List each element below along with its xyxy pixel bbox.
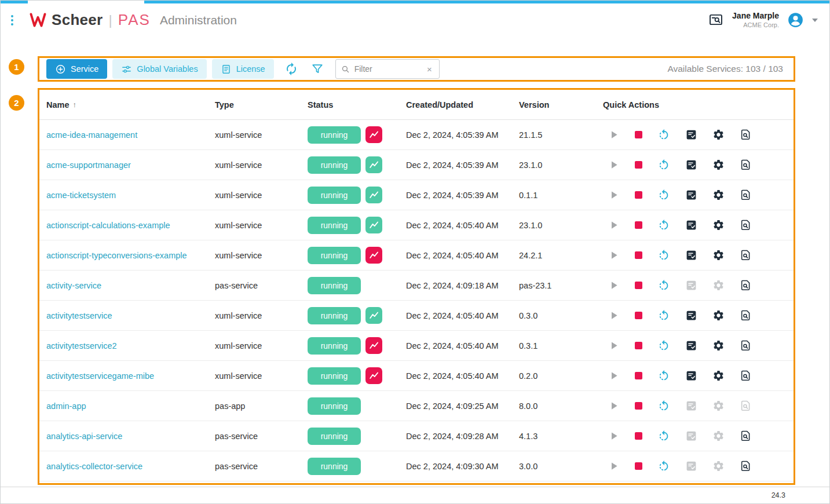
start-button[interactable] [608, 159, 620, 171]
restart-button[interactable] [657, 219, 670, 232]
settings-button[interactable] [712, 460, 725, 472]
monitoring-chart-icon[interactable] [365, 307, 382, 324]
kebab-menu-icon[interactable] [8, 12, 17, 29]
add-service-button[interactable]: Service [46, 59, 107, 79]
settings-button[interactable] [712, 339, 725, 352]
stop-button[interactable] [635, 161, 642, 169]
service-name-link[interactable]: acme-idea-management [46, 130, 137, 140]
restart-button[interactable] [657, 309, 670, 322]
stop-button[interactable] [635, 432, 642, 440]
stop-button[interactable] [635, 221, 642, 229]
service-name-link[interactable]: activity-service [46, 281, 101, 290]
stop-button[interactable] [635, 131, 642, 138]
restart-button[interactable] [657, 430, 670, 443]
log-level-button[interactable] [685, 279, 697, 291]
monitoring-chart-icon[interactable] [365, 367, 382, 384]
start-button[interactable] [608, 129, 620, 141]
restart-button[interactable] [657, 249, 670, 262]
stop-button[interactable] [635, 191, 642, 199]
start-button[interactable] [608, 460, 620, 472]
log-analyzer-button[interactable] [740, 279, 752, 291]
restart-button[interactable] [657, 279, 670, 292]
service-name-link[interactable]: admin-app [46, 401, 86, 411]
start-button[interactable] [608, 370, 620, 382]
log-level-button[interactable] [685, 159, 697, 171]
filter-funnel-icon[interactable] [309, 60, 326, 78]
stop-button[interactable] [635, 462, 642, 470]
log-analyzer-button[interactable] [740, 430, 752, 442]
global-variables-button[interactable]: Global Variables [112, 59, 206, 79]
monitoring-chart-icon[interactable] [365, 337, 382, 354]
log-analyzer-button[interactable] [740, 400, 752, 412]
service-name-link[interactable]: activitytestservice2 [46, 341, 117, 350]
service-name-link[interactable]: activitytestservice [46, 311, 112, 320]
restart-button[interactable] [657, 159, 670, 171]
column-header-version[interactable]: Version [519, 100, 603, 109]
service-name-link[interactable]: analytics-collector-service [46, 462, 142, 471]
start-button[interactable] [608, 189, 620, 201]
start-button[interactable] [608, 430, 620, 442]
service-name-link[interactable]: analytics-api-service [46, 432, 122, 441]
log-analyzer-button[interactable] [740, 339, 752, 352]
avatar[interactable] [788, 12, 803, 28]
log-analyzer-icon[interactable] [708, 12, 723, 27]
monitoring-chart-icon[interactable] [365, 247, 382, 264]
log-level-button[interactable] [685, 129, 697, 141]
log-analyzer-button[interactable] [740, 309, 752, 322]
log-analyzer-button[interactable] [740, 129, 752, 141]
log-analyzer-button[interactable] [740, 370, 752, 382]
start-button[interactable] [608, 400, 620, 412]
filter-input[interactable] [354, 64, 425, 74]
stop-button[interactable] [635, 282, 642, 289]
settings-button[interactable] [712, 370, 725, 382]
settings-button[interactable] [712, 430, 725, 442]
column-header-status[interactable]: Status [308, 100, 406, 109]
log-level-button[interactable] [685, 400, 697, 412]
log-analyzer-button[interactable] [740, 460, 752, 472]
start-button[interactable] [608, 219, 620, 231]
settings-button[interactable] [712, 189, 725, 201]
settings-button[interactable] [712, 279, 725, 291]
column-header-created-updated[interactable]: Created/Updated [406, 100, 519, 109]
log-analyzer-button[interactable] [740, 249, 752, 261]
monitoring-chart-icon[interactable] [365, 126, 382, 143]
monitoring-chart-icon[interactable] [365, 156, 382, 173]
start-button[interactable] [608, 339, 620, 352]
settings-button[interactable] [712, 249, 725, 261]
stop-button[interactable] [635, 372, 642, 379]
log-level-button[interactable] [685, 370, 697, 382]
monitoring-chart-icon[interactable] [365, 187, 382, 203]
restart-button[interactable] [657, 129, 670, 141]
user-info[interactable]: Jane Marple ACME Corp. [732, 10, 779, 29]
monitoring-chart-icon[interactable] [365, 217, 382, 233]
start-button[interactable] [608, 279, 620, 291]
sort-ascending-icon[interactable]: ↑ [73, 100, 77, 109]
settings-button[interactable] [712, 129, 725, 141]
column-header-type[interactable]: Type [215, 100, 308, 109]
log-level-button[interactable] [685, 339, 697, 352]
restart-button[interactable] [657, 339, 670, 352]
log-analyzer-button[interactable] [740, 189, 752, 201]
log-level-button[interactable] [685, 219, 697, 231]
stop-button[interactable] [635, 342, 642, 349]
service-name-link[interactable]: actionscript-typeconversions-example [46, 251, 187, 260]
settings-button[interactable] [712, 400, 725, 412]
clear-filter-icon[interactable]: × [425, 63, 434, 75]
stop-button[interactable] [635, 402, 642, 410]
refresh-icon[interactable] [283, 60, 300, 78]
service-name-link[interactable]: activitytestservicegame-mibe [46, 371, 154, 381]
log-level-button[interactable] [685, 430, 697, 442]
column-header-name[interactable]: Name ↑ [46, 100, 215, 109]
service-name-link[interactable]: acme-supportmanager [46, 160, 131, 170]
log-analyzer-button[interactable] [740, 219, 752, 231]
service-name-link[interactable]: actionscript-calculations-example [46, 221, 170, 230]
restart-button[interactable] [657, 189, 670, 202]
start-button[interactable] [608, 309, 620, 322]
service-name-link[interactable]: acme-ticketsystem [46, 191, 116, 200]
settings-button[interactable] [712, 219, 725, 231]
restart-button[interactable] [657, 370, 670, 382]
license-button[interactable]: License [212, 59, 274, 79]
log-level-button[interactable] [685, 249, 697, 261]
log-level-button[interactable] [685, 309, 697, 322]
restart-button[interactable] [657, 460, 670, 473]
